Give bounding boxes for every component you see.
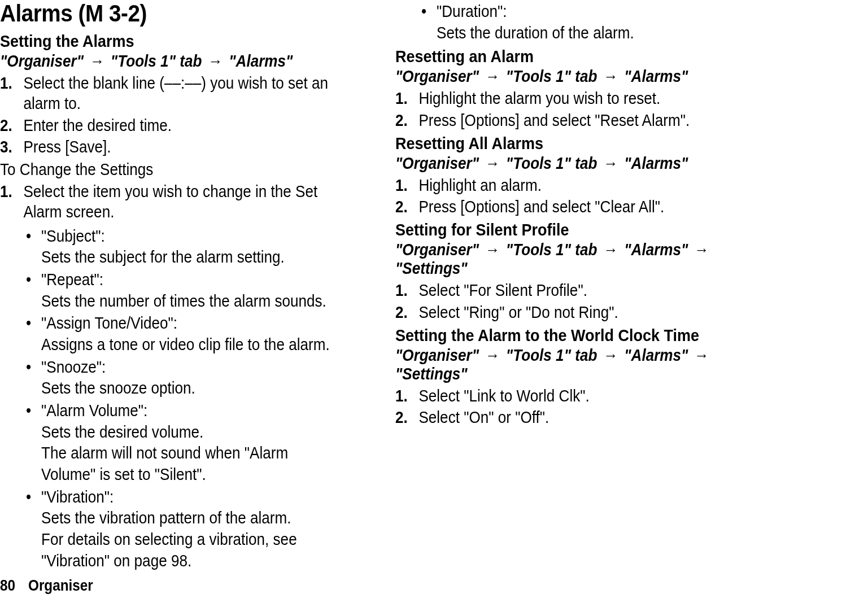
bullet-desc: Sets the snooze option.	[41, 378, 338, 399]
nav-path-segment: "Organiser"	[395, 154, 479, 172]
step-number: 1.	[0, 181, 12, 202]
nav-path-segment: "Tools 1" tab	[506, 154, 597, 172]
arrow-right-icon: →	[479, 241, 506, 259]
step-text: Highlight the alarm you wish to reset.	[418, 89, 660, 107]
bullet-desc: Sets the desired volume.	[41, 422, 338, 443]
steps-silent: 1.Select "For Silent Profile".2.Select "…	[395, 280, 768, 322]
bullet-item: "Subject":Sets the subject for the alarm…	[26, 226, 338, 268]
heading-setting-alarms: Setting the Alarms	[0, 32, 335, 51]
bullet-desc: For details on selecting a vibration, se…	[41, 529, 338, 571]
step-number: 2.	[395, 110, 408, 130]
bullet-item: "Snooze":Sets the snooze option.	[26, 357, 338, 399]
step-text: Select "For Silent Profile".	[418, 281, 587, 299]
arrow-right-icon: →	[597, 67, 624, 85]
bullet-desc: The alarm will not sound when "Alarm Vol…	[41, 443, 338, 485]
step-item: 2.Press [Options] and select "Reset Alar…	[395, 110, 731, 130]
heading-silent: Setting for Silent Profile	[395, 220, 731, 239]
bullet-desc: Sets the number of times the alarm sound…	[41, 291, 338, 312]
nav-path-segment: "Alarms"	[624, 67, 688, 85]
nav-path-segment: "Organiser"	[395, 346, 479, 364]
bullet-desc: Sets the vibration pattern of the alarm.	[41, 508, 338, 529]
nav-path-segment: "Tools 1" tab	[506, 241, 597, 259]
bullets-duration: "Duration":Sets the duration of the alar…	[395, 1, 768, 43]
step-text: Enter the desired time.	[23, 116, 172, 134]
step-text: Select "Ring" or "Do not Ring".	[418, 303, 618, 321]
arrow-right-icon: →	[597, 154, 624, 172]
step-text: Select "Link to World Clk".	[418, 387, 589, 405]
heading-world: Setting the Alarm to the World Clock Tim…	[395, 326, 731, 345]
manual-page: Alarms (M 3-2) Setting the Alarms "Organ…	[0, 0, 868, 607]
nav-path-segment: "Organiser"	[395, 241, 479, 259]
arrow-right-icon: →	[202, 52, 229, 70]
bullet-term: "Vibration":	[41, 488, 114, 506]
nav-path-segment: "Organiser"	[395, 67, 479, 85]
title-menu-code: (M 3-2)	[78, 0, 147, 27]
steps-reset-one: 1.Highlight the alarm you wish to reset.…	[395, 88, 768, 130]
step-number: 2.	[395, 302, 408, 322]
step-item: 1.Select the item you wish to change in …	[0, 181, 335, 222]
bullet-term: "Repeat":	[41, 270, 103, 289]
bullets-change-items: "Subject":Sets the subject for the alarm…	[0, 226, 373, 572]
page-footer: 80 Organiser	[0, 577, 93, 595]
nav-path-reset-all: "Organiser" → "Tools 1" tab → "Alarms"	[395, 154, 731, 173]
bullet-term: "Duration":	[437, 2, 507, 20]
nav-path-segment: "Settings"	[395, 365, 468, 383]
step-text: Press [Save].	[23, 138, 111, 156]
nav-path-segment: "Organiser"	[0, 52, 84, 70]
arrow-right-icon: →	[688, 346, 711, 364]
arrow-right-icon: →	[597, 241, 624, 259]
bullet-term: "Assign Tone/Video":	[41, 314, 177, 332]
step-item: 3.Press [Save].	[0, 137, 335, 157]
step-item: 2.Press [Options] and select "Clear All"…	[395, 196, 731, 217]
nav-path-world: "Organiser" → "Tools 1" tab → "Alarms" →…	[395, 346, 731, 383]
steps-world: 1.Select "Link to World Clk".2.Select "O…	[395, 386, 768, 428]
step-text: Press [Options] and select "Reset Alarm"…	[418, 111, 690, 129]
step-text: Select the item you wish to change in th…	[23, 182, 317, 221]
steps-reset-all: 1.Highlight an alarm.2.Press [Options] a…	[395, 175, 768, 217]
nav-path-segment: "Tools 1" tab	[506, 67, 597, 85]
nav-path-segment: "Settings"	[395, 259, 468, 277]
step-item: 1.Highlight an alarm.	[395, 175, 731, 195]
arrow-right-icon: →	[84, 52, 111, 70]
footer-page-number: 80	[0, 577, 15, 594]
step-number: 2.	[0, 115, 12, 136]
step-text: Select the blank line (––:––) you wish t…	[23, 74, 328, 112]
step-item: 2.Select "On" or "Off".	[395, 407, 731, 427]
bullet-term: "Subject":	[41, 227, 105, 245]
nav-path-segment: "Alarms"	[624, 154, 688, 172]
heading-change-settings: To Change the Settings	[0, 160, 335, 179]
step-text: Press [Options] and select "Clear All".	[418, 198, 664, 216]
step-number: 2.	[395, 407, 408, 427]
bullet-item: "Repeat":Sets the number of times the al…	[26, 269, 338, 312]
step-item: 2.Select "Ring" or "Do not Ring".	[395, 302, 731, 322]
nav-path-segment: "Alarms"	[229, 52, 293, 70]
heading-reset-all: Resetting All Alarms	[395, 134, 731, 153]
bullet-desc: Sets the subject for the alarm setting.	[41, 247, 338, 268]
arrow-right-icon: →	[479, 154, 506, 172]
nav-path-silent: "Organiser" → "Tools 1" tab → "Alarms" →…	[395, 241, 731, 278]
footer-section: Organiser	[28, 577, 93, 594]
step-item: 1.Select "For Silent Profile".	[395, 280, 731, 300]
step-number: 1.	[395, 175, 408, 195]
nav-path-segment: "Alarms"	[624, 241, 688, 259]
bullet-desc: Assigns a tone or video clip file to the…	[41, 334, 338, 356]
nav-path-segment: "Tools 1" tab	[506, 346, 597, 364]
bullet-item: "Vibration":Sets the vibration pattern o…	[26, 487, 338, 572]
two-column-layout: Alarms (M 3-2) Setting the Alarms "Organ…	[0, 0, 851, 573]
step-item: 2.Enter the desired time.	[0, 115, 335, 136]
heading-reset-one: Resetting an Alarm	[395, 47, 731, 66]
step-number: 3.	[0, 137, 12, 157]
nav-path-segment: "Alarms"	[624, 346, 688, 364]
arrow-right-icon: →	[479, 346, 506, 364]
left-column: Alarms (M 3-2) Setting the Alarms "Organ…	[0, 0, 373, 573]
right-column: "Duration":Sets the duration of the alar…	[395, 0, 768, 573]
arrow-right-icon: →	[479, 67, 506, 85]
step-number: 2.	[395, 196, 408, 217]
bullet-term: "Snooze":	[41, 358, 106, 376]
bullet-item: "Duration":Sets the duration of the alar…	[421, 1, 734, 43]
step-text: Select "On" or "Off".	[418, 408, 549, 426]
steps-change: 1.Select the item you wish to change in …	[0, 181, 373, 222]
step-item: 1.Select "Link to World Clk".	[395, 386, 731, 406]
step-number: 1.	[395, 280, 408, 300]
nav-path-segment: "Tools 1" tab	[111, 52, 202, 70]
